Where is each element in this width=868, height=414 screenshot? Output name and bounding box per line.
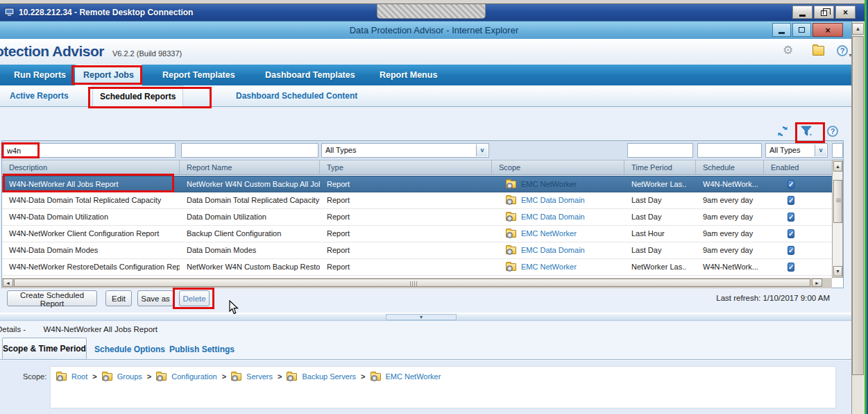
scroll-left-arrow[interactable]: ◄	[3, 279, 13, 287]
scroll-right-arrow[interactable]: ►	[812, 279, 822, 287]
ie-minimize-button[interactable]	[772, 23, 791, 37]
create-scheduled-report-button[interactable]: Create Scheduled Report	[7, 290, 97, 306]
table-row[interactable]: W4N-NetWorker All Jobs ReportNetWorker W…	[2, 176, 832, 192]
scroll-up-arrow[interactable]: ▲	[833, 161, 842, 172]
schedule-filter-input[interactable]	[697, 143, 762, 158]
column-header-type[interactable]: Type	[320, 160, 492, 174]
ie-titlebar[interactable]: Data Protection Advisor - Internet Explo…	[0, 21, 868, 39]
extra-filter-cell	[832, 143, 843, 158]
cell-schedule: W4N-NetWork...	[696, 176, 764, 192]
scope-link[interactable]: EMC NetWorker	[521, 259, 577, 275]
table-row[interactable]: W4N-Data Domain Total Replicated Capacit…	[2, 192, 832, 209]
edit-button[interactable]: Edit	[105, 290, 132, 306]
enabled-checkbox[interactable]: ✓	[788, 229, 794, 238]
splitter-collapse-handle[interactable]: ▼	[386, 314, 457, 320]
scroll-down-arrow[interactable]: ▼	[833, 266, 842, 276]
nav-tab-report-templates[interactable]: Report Templates	[154, 65, 244, 85]
cell-time-period: Last Hour	[624, 226, 696, 242]
nav-tab-dashboard-templates[interactable]: Dashboard Templates	[257, 65, 364, 85]
column-header-enabled[interactable]: Enabled	[764, 160, 832, 174]
breadcrumb: Root>Groups>Configuration>Servers>Backup…	[51, 367, 835, 381]
table-horizontal-scrollbar[interactable]: ◄ ►	[2, 278, 832, 288]
subtab-dashboard-scheduled-content[interactable]: Dashboard Scheduled Content	[229, 85, 364, 106]
cell-enabled: ✓	[764, 192, 832, 208]
enabled-checkbox[interactable]: ✓	[788, 246, 794, 255]
subtab-active-reports[interactable]: Active Reports	[3, 85, 76, 106]
save-as-button[interactable]: Save as	[137, 290, 173, 306]
scrollbar-thumb[interactable]	[833, 180, 842, 223]
column-header-time-period[interactable]: Time Period	[624, 160, 696, 174]
breadcrumb-link-root[interactable]: Root	[71, 372, 87, 381]
settings-gear-icon[interactable]: ⚙	[783, 43, 793, 58]
delete-button[interactable]: Delete	[179, 290, 210, 306]
nav-tab-run-reports[interactable]: Run Reports	[6, 65, 74, 85]
column-header-schedule[interactable]: Schedule	[696, 160, 764, 174]
table-row[interactable]: W4N-NetWorker RestoreDetails Configurati…	[2, 259, 832, 276]
help-icon[interactable]: ? ▼	[837, 45, 848, 56]
ie-maximize-button[interactable]	[792, 23, 811, 37]
scope-link[interactable]: EMC Data Domain	[521, 192, 585, 208]
type-filter-select[interactable]: All Types v	[321, 143, 489, 158]
breadcrumb-link-servers[interactable]: Servers	[246, 372, 273, 381]
ie-close-button[interactable]: ×	[812, 23, 843, 37]
nav-tab-report-menus[interactable]: Report Menus	[371, 65, 445, 85]
cell-scope: EMC NetWorker	[492, 176, 624, 192]
table-header-row: DescriptionReport NameTypeScopeTime Peri…	[2, 160, 832, 175]
filter-funnel-icon[interactable]	[800, 125, 814, 138]
enabled-checkbox[interactable]: ✓	[788, 196, 794, 205]
breadcrumb-folder-icon	[56, 373, 67, 381]
breadcrumb-separator: >	[278, 372, 282, 381]
table-row[interactable]: W4N-Data Domain ModesData Domain ModesRe…	[2, 242, 832, 259]
details-tab-publish-settings[interactable]: Publish Settings	[169, 340, 235, 359]
scope-link[interactable]: EMC NetWorker	[521, 226, 577, 242]
breadcrumb-link-backup-servers[interactable]: Backup Servers	[302, 372, 356, 381]
browser-scrollbar-thumb[interactable]	[852, 36, 864, 375]
subtab-scheduled-reports[interactable]: Scheduled Reports	[92, 85, 183, 106]
folder-icon[interactable]	[812, 46, 824, 56]
enabled-checkbox[interactable]: ✓	[788, 180, 794, 189]
cell-scope: EMC Data Domain	[492, 192, 624, 208]
refresh-icon[interactable]	[777, 126, 788, 137]
column-header-report-name[interactable]: Report Name	[180, 160, 320, 174]
cell-type: Report	[320, 259, 492, 275]
scrollbar-up-arrow[interactable]: ▲	[852, 23, 864, 35]
close-icon: ×	[825, 25, 831, 35]
chevron-down-icon: ▼	[848, 53, 853, 58]
scrollbar-thumb[interactable]	[14, 279, 810, 287]
time-period-filter-input[interactable]	[627, 143, 693, 158]
nav-tab-report-jobs[interactable]: Report Jobs	[75, 65, 142, 85]
details-tab-scope-time-period[interactable]: Scope & Time Period	[2, 338, 87, 359]
report-name-filter-input[interactable]	[181, 143, 318, 158]
breadcrumb-link-configuration[interactable]: Configuration	[171, 372, 216, 381]
cell-enabled: ✓	[764, 176, 832, 192]
breadcrumb-link-groups[interactable]: Groups	[117, 372, 142, 381]
dropdown-arrow-icon[interactable]: v	[476, 144, 488, 156]
scope-link[interactable]: EMC Data Domain	[521, 209, 585, 225]
rdp-restore-button[interactable]	[814, 6, 834, 19]
table-vertical-scrollbar[interactable]: ▲ ▼	[832, 160, 843, 278]
cell-enabled: ✓	[764, 226, 832, 242]
details-tab-schedule-options[interactable]: Schedule Options	[94, 340, 165, 359]
help-icon[interactable]: ?	[827, 126, 838, 137]
scope-link[interactable]: EMC Data Domain	[521, 242, 585, 258]
cell-type: Report	[320, 209, 492, 225]
scope-folder-icon	[506, 213, 516, 221]
details-tabs: Scope & Time PeriodSchedule OptionsPubli…	[0, 338, 851, 360]
breadcrumb-link-emc-networker[interactable]: EMC NetWorker	[386, 372, 441, 381]
rdp-minimize-button[interactable]	[792, 6, 812, 19]
table-row[interactable]: W4N-NetWorker Client Configuration Repor…	[2, 226, 832, 242]
help-question-icon: ?	[827, 126, 838, 137]
column-header-description[interactable]: Description	[2, 160, 180, 174]
description-filter-input[interactable]	[3, 143, 176, 158]
details-label: Details -	[0, 325, 26, 333]
enabled-filter-select[interactable]: All Types v	[765, 143, 828, 158]
enabled-checkbox[interactable]: ✓	[788, 263, 794, 272]
dropdown-arrow-icon[interactable]: v	[815, 144, 826, 156]
cell-report-name: Backup Client Configuration	[180, 226, 320, 242]
rdp-connection-bar-grip[interactable]	[377, 4, 486, 19]
table-row[interactable]: W4N-Data Domain UtilizationData Domain U…	[2, 209, 832, 226]
enabled-checkbox[interactable]: ✓	[788, 213, 794, 222]
scope-link[interactable]: EMC NetWorker	[521, 176, 577, 192]
column-header-scope[interactable]: Scope	[492, 160, 624, 174]
rdp-close-button[interactable]: ×	[835, 6, 856, 19]
